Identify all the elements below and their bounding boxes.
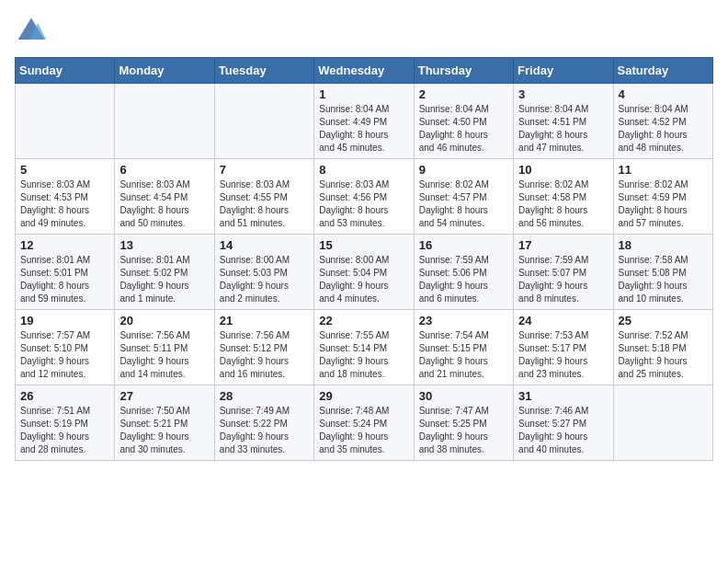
day-number: 29	[319, 389, 408, 403]
calendar-cell: 28Sunrise: 7:49 AM Sunset: 5:22 PM Dayli…	[214, 385, 313, 461]
day-info: Sunrise: 8:03 AM Sunset: 4:53 PM Dayligh…	[20, 178, 109, 230]
page-header	[15, 15, 713, 48]
day-number: 12	[20, 238, 109, 252]
calendar-cell: 29Sunrise: 7:48 AM Sunset: 5:24 PM Dayli…	[314, 385, 414, 461]
calendar-cell: 12Sunrise: 8:01 AM Sunset: 5:01 PM Dayli…	[16, 235, 115, 310]
day-header-sunday: Sunday	[16, 58, 115, 84]
day-number: 13	[119, 238, 209, 252]
calendar-cell: 16Sunrise: 7:59 AM Sunset: 5:06 PM Dayli…	[414, 235, 513, 310]
calendar-body: 1Sunrise: 8:04 AM Sunset: 4:49 PM Daylig…	[16, 84, 713, 461]
calendar-cell	[613, 385, 712, 461]
calendar-cell: 1Sunrise: 8:04 AM Sunset: 4:49 PM Daylig…	[314, 84, 414, 159]
day-info: Sunrise: 7:54 AM Sunset: 5:15 PM Dayligh…	[419, 329, 508, 381]
calendar-cell: 22Sunrise: 7:55 AM Sunset: 5:14 PM Dayli…	[314, 310, 414, 385]
day-info: Sunrise: 8:00 AM Sunset: 5:04 PM Dayligh…	[319, 254, 408, 305]
calendar-table: SundayMondayTuesdayWednesdayThursdayFrid…	[15, 57, 713, 461]
day-info: Sunrise: 8:02 AM Sunset: 4:57 PM Dayligh…	[419, 178, 508, 230]
calendar-week-3: 12Sunrise: 8:01 AM Sunset: 5:01 PM Dayli…	[16, 235, 713, 310]
calendar-cell: 9Sunrise: 8:02 AM Sunset: 4:57 PM Daylig…	[414, 159, 513, 235]
day-info: Sunrise: 7:50 AM Sunset: 5:21 PM Dayligh…	[119, 405, 209, 456]
day-info: Sunrise: 8:04 AM Sunset: 4:50 PM Dayligh…	[419, 103, 508, 155]
calendar-cell: 4Sunrise: 8:04 AM Sunset: 4:52 PM Daylig…	[613, 84, 712, 159]
day-number: 19	[20, 314, 109, 327]
calendar-cell: 10Sunrise: 8:02 AM Sunset: 4:58 PM Dayli…	[514, 159, 613, 235]
calendar-week-2: 5Sunrise: 8:03 AM Sunset: 4:53 PM Daylig…	[16, 159, 713, 235]
calendar-cell: 5Sunrise: 8:03 AM Sunset: 4:53 PM Daylig…	[16, 159, 115, 235]
day-number: 21	[220, 314, 309, 327]
day-info: Sunrise: 8:01 AM Sunset: 5:02 PM Dayligh…	[119, 254, 209, 305]
calendar-cell: 13Sunrise: 8:01 AM Sunset: 5:02 PM Dayli…	[115, 235, 214, 310]
calendar-cell: 7Sunrise: 8:03 AM Sunset: 4:55 PM Daylig…	[214, 159, 313, 235]
day-info: Sunrise: 8:03 AM Sunset: 4:54 PM Dayligh…	[119, 178, 209, 230]
day-header-wednesday: Wednesday	[314, 58, 414, 84]
calendar-cell: 3Sunrise: 8:04 AM Sunset: 4:51 PM Daylig…	[514, 84, 613, 159]
day-number: 18	[619, 238, 708, 252]
calendar-cell: 6Sunrise: 8:03 AM Sunset: 4:54 PM Daylig…	[115, 159, 214, 235]
calendar-week-1: 1Sunrise: 8:04 AM Sunset: 4:49 PM Daylig…	[16, 84, 713, 159]
day-info: Sunrise: 7:51 AM Sunset: 5:19 PM Dayligh…	[20, 405, 109, 456]
day-number: 9	[419, 163, 508, 177]
day-number: 27	[119, 389, 209, 403]
calendar-cell: 25Sunrise: 7:52 AM Sunset: 5:18 PM Dayli…	[613, 310, 712, 385]
day-info: Sunrise: 7:56 AM Sunset: 5:11 PM Dayligh…	[119, 329, 209, 381]
calendar-cell: 11Sunrise: 8:02 AM Sunset: 4:59 PM Dayli…	[613, 159, 712, 235]
calendar-cell: 23Sunrise: 7:54 AM Sunset: 5:15 PM Dayli…	[414, 310, 513, 385]
calendar-cell: 21Sunrise: 7:56 AM Sunset: 5:12 PM Dayli…	[214, 310, 313, 385]
calendar-cell: 15Sunrise: 8:00 AM Sunset: 5:04 PM Dayli…	[314, 235, 414, 310]
day-info: Sunrise: 8:04 AM Sunset: 4:51 PM Dayligh…	[518, 103, 608, 155]
day-header-saturday: Saturday	[613, 58, 712, 84]
day-info: Sunrise: 7:56 AM Sunset: 5:12 PM Dayligh…	[220, 329, 309, 381]
day-info: Sunrise: 8:03 AM Sunset: 4:56 PM Dayligh…	[319, 178, 408, 230]
day-number: 10	[518, 163, 608, 177]
day-info: Sunrise: 8:02 AM Sunset: 4:59 PM Dayligh…	[619, 178, 708, 230]
calendar-cell	[115, 84, 214, 159]
calendar-header-row: SundayMondayTuesdayWednesdayThursdayFrid…	[16, 58, 713, 84]
day-number: 22	[319, 314, 408, 327]
day-header-friday: Friday	[514, 58, 613, 84]
calendar-cell: 8Sunrise: 8:03 AM Sunset: 4:56 PM Daylig…	[314, 159, 414, 235]
calendar-cell: 19Sunrise: 7:57 AM Sunset: 5:10 PM Dayli…	[16, 310, 115, 385]
day-info: Sunrise: 7:47 AM Sunset: 5:25 PM Dayligh…	[419, 405, 508, 456]
day-number: 1	[319, 87, 408, 101]
day-info: Sunrise: 8:04 AM Sunset: 4:49 PM Dayligh…	[319, 103, 408, 155]
day-number: 24	[518, 314, 608, 327]
calendar-cell: 18Sunrise: 7:58 AM Sunset: 5:08 PM Dayli…	[613, 235, 712, 310]
calendar-cell: 30Sunrise: 7:47 AM Sunset: 5:25 PM Dayli…	[414, 385, 513, 461]
calendar-cell: 24Sunrise: 7:53 AM Sunset: 5:17 PM Dayli…	[514, 310, 613, 385]
day-header-tuesday: Tuesday	[214, 58, 313, 84]
day-header-monday: Monday	[115, 58, 214, 84]
calendar-cell: 17Sunrise: 7:59 AM Sunset: 5:07 PM Dayli…	[514, 235, 613, 310]
day-info: Sunrise: 7:59 AM Sunset: 5:07 PM Dayligh…	[518, 254, 608, 305]
day-number: 8	[319, 163, 408, 177]
day-number: 26	[20, 389, 109, 403]
day-info: Sunrise: 8:04 AM Sunset: 4:52 PM Dayligh…	[619, 103, 708, 155]
day-number: 4	[619, 87, 708, 101]
calendar-week-4: 19Sunrise: 7:57 AM Sunset: 5:10 PM Dayli…	[16, 310, 713, 385]
day-number: 28	[220, 389, 309, 403]
calendar-cell: 26Sunrise: 7:51 AM Sunset: 5:19 PM Dayli…	[16, 385, 115, 461]
day-info: Sunrise: 8:01 AM Sunset: 5:01 PM Dayligh…	[20, 254, 109, 305]
day-info: Sunrise: 7:57 AM Sunset: 5:10 PM Dayligh…	[20, 329, 109, 381]
calendar-cell: 31Sunrise: 7:46 AM Sunset: 5:27 PM Dayli…	[514, 385, 613, 461]
calendar-cell: 20Sunrise: 7:56 AM Sunset: 5:11 PM Dayli…	[115, 310, 214, 385]
day-number: 20	[119, 314, 209, 327]
day-info: Sunrise: 7:59 AM Sunset: 5:06 PM Dayligh…	[419, 254, 508, 305]
day-info: Sunrise: 7:48 AM Sunset: 5:24 PM Dayligh…	[319, 405, 408, 456]
calendar-cell	[16, 84, 115, 159]
day-number: 30	[419, 389, 508, 403]
day-number: 2	[419, 87, 508, 101]
day-number: 3	[518, 87, 608, 101]
day-number: 25	[619, 314, 708, 327]
day-number: 15	[319, 238, 408, 252]
day-number: 23	[419, 314, 508, 327]
day-header-thursday: Thursday	[414, 58, 513, 84]
day-number: 31	[518, 389, 608, 403]
day-info: Sunrise: 7:58 AM Sunset: 5:08 PM Dayligh…	[619, 254, 708, 305]
logo-icon	[15, 15, 48, 48]
day-info: Sunrise: 7:55 AM Sunset: 5:14 PM Dayligh…	[319, 329, 408, 381]
calendar-week-5: 26Sunrise: 7:51 AM Sunset: 5:19 PM Dayli…	[16, 385, 713, 461]
calendar-cell: 27Sunrise: 7:50 AM Sunset: 5:21 PM Dayli…	[115, 385, 214, 461]
day-number: 17	[518, 238, 608, 252]
day-number: 7	[220, 163, 309, 177]
day-info: Sunrise: 7:52 AM Sunset: 5:18 PM Dayligh…	[619, 329, 708, 381]
